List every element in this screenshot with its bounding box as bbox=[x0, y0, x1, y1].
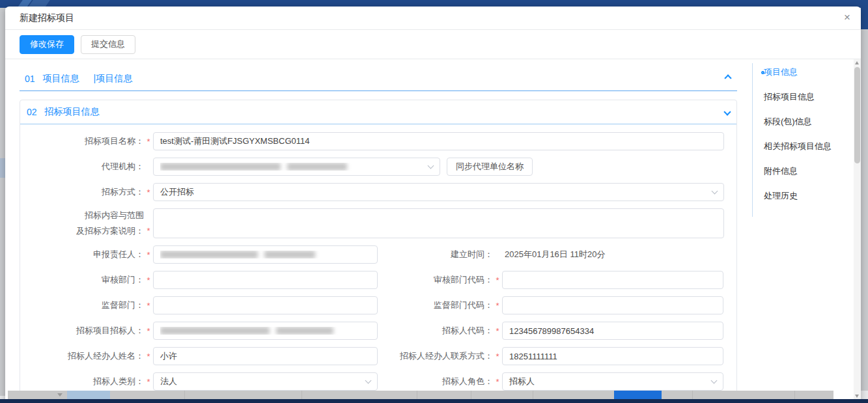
nav-item-tender-project-info[interactable]: 招标项目信息 bbox=[764, 89, 832, 105]
modal-header: 新建招标项目 × bbox=[5, 7, 861, 30]
sync-agency-name-button[interactable]: 同步代理单位名称 bbox=[447, 158, 533, 176]
active-dot-icon bbox=[761, 71, 764, 74]
page-left-scrollbar[interactable] bbox=[0, 8, 5, 396]
field-label: 建立时间： bbox=[378, 249, 493, 260]
form-row: 申报责任人： * 建立时间： 2025年01月16日 11时20分 bbox=[20, 245, 736, 264]
section-subtitle: |项目信息 bbox=[94, 73, 133, 85]
form-row: 招标项目招标人： * 招标人代码： * bbox=[20, 322, 736, 340]
modal-title: 新建招标项目 bbox=[20, 12, 74, 24]
redacted-value bbox=[160, 251, 371, 258]
required-mark: * bbox=[144, 275, 153, 285]
required-mark: * bbox=[144, 208, 153, 238]
page-bottom-bar bbox=[0, 399, 868, 403]
form-row: 招标人经办人姓名： * 招标人经办人联系方式： * bbox=[20, 347, 736, 365]
section-title: 招标项目信息 bbox=[45, 106, 100, 118]
form-row: 招标项目名称： * bbox=[20, 132, 736, 150]
field-label: 监督部门： bbox=[20, 299, 144, 311]
field-label: 招标人代码： bbox=[378, 325, 493, 337]
field-label: 招标内容与范围 及招标方案说明： bbox=[20, 208, 144, 238]
required-mark: * bbox=[493, 275, 502, 285]
redacted-value bbox=[160, 163, 428, 171]
required-mark: * bbox=[144, 188, 153, 197]
page-right-edge bbox=[861, 29, 868, 391]
chevron-down-icon bbox=[428, 163, 434, 169]
new-tender-project-modal: 新建招标项目 × 修改保存 提交信息 01 项目信息 |项目信息 02 招标项目… bbox=[5, 7, 861, 403]
field-label: 申报责任人： bbox=[20, 249, 144, 260]
supervise-dept-code-input[interactable] bbox=[502, 296, 723, 314]
bid-method-select[interactable]: 公开招标 bbox=[153, 183, 724, 201]
scrollbar-thumb[interactable] bbox=[67, 391, 110, 399]
close-icon[interactable]: × bbox=[844, 12, 850, 23]
nav-item-project-info[interactable]: 项目信息 bbox=[764, 64, 832, 80]
redacted-value bbox=[160, 327, 371, 335]
scope-textarea[interactable] bbox=[153, 208, 724, 238]
audit-dept-code-input[interactable] bbox=[502, 271, 723, 289]
page-horizontal-scrollbar[interactable] bbox=[8, 391, 833, 399]
handler-phone-input[interactable] bbox=[502, 347, 723, 365]
declarer-input[interactable] bbox=[153, 245, 378, 264]
save-button[interactable]: 修改保存 bbox=[20, 35, 74, 54]
anchor-nav: 项目信息 招标项目信息 标段(包)信息 相关招标项目信息 附件信息 处理历史 bbox=[752, 63, 832, 217]
field-label: 招标项目名称： bbox=[20, 135, 144, 147]
form-row: 招标人类别： * 法人 招标人角色： * 招标人 bbox=[20, 372, 736, 391]
scrollbar-thumb-active[interactable] bbox=[614, 391, 662, 399]
selected-value: 公开招标 bbox=[160, 186, 194, 198]
field-label: 审核部门： bbox=[20, 274, 144, 286]
scroll-up-icon[interactable] bbox=[855, 61, 859, 64]
page-left-scrollbar-thumb[interactable] bbox=[0, 158, 5, 178]
nav-item-process-history[interactable]: 处理历史 bbox=[764, 188, 832, 204]
field-label: 监督部门代码： bbox=[378, 299, 493, 311]
create-time-value: 2025年01月16日 11时20分 bbox=[505, 249, 605, 260]
chevron-down-icon bbox=[712, 188, 718, 195]
tenderer-type-select[interactable]: 法人 bbox=[153, 372, 378, 391]
required-mark: * bbox=[144, 250, 153, 260]
form-row: 监督部门： * 监督部门代码： * bbox=[20, 296, 736, 314]
section-number: 02 bbox=[27, 107, 37, 117]
nav-item-attachment-info[interactable]: 附件信息 bbox=[764, 163, 832, 179]
tenderer-input[interactable] bbox=[153, 322, 378, 340]
required-mark: * bbox=[493, 377, 502, 387]
chevron-down-icon[interactable] bbox=[723, 108, 731, 115]
section-title: 项目信息 bbox=[43, 73, 79, 85]
modal-vertical-scrollbar[interactable] bbox=[854, 59, 861, 403]
required-mark: * bbox=[493, 352, 502, 361]
chevron-down-icon bbox=[711, 378, 718, 384]
chevron-up-icon[interactable] bbox=[724, 74, 731, 81]
field-label: 招标人经办人姓名： bbox=[20, 350, 144, 362]
tender-project-form: 招标项目名称： * 代理机构： bbox=[20, 124, 736, 403]
nav-item-section-package-info[interactable]: 标段(包)信息 bbox=[764, 114, 832, 130]
scroll-down-icon[interactable] bbox=[855, 395, 859, 398]
required-mark: * bbox=[144, 377, 153, 387]
scroll-arrow-icon[interactable] bbox=[57, 393, 63, 396]
submit-button[interactable]: 提交信息 bbox=[81, 35, 135, 54]
section-01-header[interactable]: 01 项目信息 |项目信息 bbox=[20, 59, 737, 91]
tenderer-role-select[interactable]: 招标人 bbox=[502, 372, 723, 391]
chevron-down-icon bbox=[365, 378, 372, 384]
form-row: 审核部门： * 审核部门代码： * bbox=[20, 271, 736, 289]
required-mark: * bbox=[493, 301, 502, 311]
supervise-dept-input[interactable] bbox=[153, 296, 378, 314]
selected-value: 招标人 bbox=[509, 376, 535, 387]
field-label: 招标人角色： bbox=[378, 376, 493, 387]
project-name-input[interactable] bbox=[153, 132, 724, 150]
tenderer-code-input[interactable] bbox=[502, 322, 723, 340]
required-mark: * bbox=[144, 137, 153, 146]
field-label: 招标项目招标人： bbox=[20, 325, 144, 337]
audit-dept-input[interactable] bbox=[153, 271, 378, 289]
form-row: 代理机构： 同步代理单位名称 bbox=[20, 158, 736, 176]
required-mark: * bbox=[144, 326, 153, 336]
page-right-edge-top bbox=[861, 0, 868, 29]
agency-select[interactable] bbox=[153, 158, 440, 176]
field-label: 招标人经办人联系方式： bbox=[378, 350, 493, 362]
modal-body: 01 项目信息 |项目信息 02 招标项目信息 招标项目名称： * bbox=[5, 59, 861, 403]
handler-name-input[interactable] bbox=[153, 347, 378, 365]
field-label: 审核部门代码： bbox=[378, 274, 493, 286]
section-number: 01 bbox=[25, 74, 35, 84]
section-02-header[interactable]: 02 招标项目信息 bbox=[20, 100, 736, 124]
field-label: 招标人类别： bbox=[20, 376, 144, 387]
form-row: 招标内容与范围 及招标方案说明： * bbox=[20, 208, 736, 238]
selected-value: 法人 bbox=[160, 376, 177, 387]
form-row: 招标方式： * 公开招标 bbox=[20, 183, 736, 201]
nav-item-related-project-info[interactable]: 相关招标项目信息 bbox=[764, 139, 832, 154]
scrollbar-thumb[interactable] bbox=[854, 67, 860, 163]
